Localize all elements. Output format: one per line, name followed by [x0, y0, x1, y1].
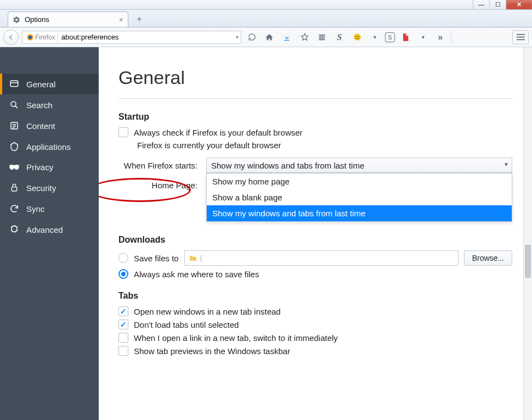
search-icon — [9, 100, 20, 110]
tabs-dont-load-checkbox[interactable] — [118, 320, 128, 329]
sidebar-item-sync[interactable]: Sync — [0, 198, 99, 219]
identity-badge[interactable]: Firefox — [25, 31, 58, 43]
save-files-to-radio[interactable] — [118, 253, 128, 263]
vertical-scrollbar[interactable] — [523, 47, 532, 420]
downloads-button[interactable] — [280, 30, 294, 44]
save-files-to-label: Save files to — [134, 254, 179, 263]
back-button[interactable] — [3, 30, 19, 45]
svg-point-5 — [354, 33, 361, 41]
content-icon — [9, 121, 20, 131]
browse-button[interactable]: Browse... — [464, 250, 512, 266]
sidebar-item-general[interactable]: General — [0, 74, 99, 94]
tabs-taskbar-row: Show tab previews in the Windows taskbar — [118, 346, 512, 356]
privacy-icon — [9, 164, 20, 171]
svg-rect-4 — [323, 35, 324, 40]
general-icon — [9, 79, 20, 89]
sidebar-item-security[interactable]: Security — [0, 177, 99, 198]
toolbar-overflow-button[interactable]: » — [433, 30, 448, 44]
tabs-dont-load-label: Don't load tabs until selected — [134, 320, 239, 329]
when-starts-option-blank[interactable]: Show a blank page — [207, 189, 512, 205]
tab-title: Options — [25, 15, 49, 24]
bookmarks-star-button[interactable] — [297, 30, 312, 44]
when-firefox-starts-label: When Firefox starts: — [118, 161, 201, 170]
window-close-button[interactable]: ✕ — [506, 0, 532, 9]
tab-close-icon[interactable]: × — [119, 15, 123, 24]
preferences-main-pane: General Startup Always check if Firefox … — [99, 47, 532, 420]
reload-button[interactable] — [245, 30, 259, 44]
url-text: about:preferences — [61, 33, 119, 41]
tabs-open-new-checkbox[interactable] — [118, 306, 128, 316]
sidebar-item-label: Applications — [26, 142, 71, 152]
gear-icon — [13, 16, 20, 24]
identity-label: Firefox — [35, 33, 55, 41]
folder-icon — [189, 255, 197, 261]
url-bar[interactable]: Firefox about:preferences ▾ — [22, 31, 241, 44]
tabs-open-new-row: Open new windows in a new tab instead — [118, 306, 512, 316]
section-startup-heading: Startup — [118, 112, 512, 122]
sidebar-item-label: General — [26, 80, 55, 89]
always-ask-radio[interactable] — [118, 269, 128, 279]
home-page-label: Home Page: — [118, 181, 201, 190]
svg-point-12 — [11, 102, 16, 107]
default-browser-status: Firefox is currently your default browse… — [137, 141, 281, 150]
sidebar-item-label: Search — [26, 100, 53, 110]
toolbar-dropdown-arrow-1[interactable]: ▾ — [367, 30, 382, 44]
window-minimize-button[interactable]: — — [473, 0, 489, 9]
save-files-to-row: Save files to ( Browse... — [118, 250, 512, 266]
tabs-switch-checkbox[interactable] — [118, 333, 128, 343]
sidebar-item-applications[interactable]: Applications — [0, 136, 99, 157]
sidebar-item-advanced[interactable]: Advanced — [0, 219, 99, 240]
tab-options[interactable]: Options × — [8, 12, 128, 27]
window-maximize-button[interactable]: ☐ — [489, 0, 506, 9]
sync-icon — [9, 204, 20, 214]
tabs-taskbar-checkbox[interactable] — [118, 346, 128, 356]
new-tab-button[interactable]: + — [132, 13, 147, 25]
tabs-open-new-label: Open new windows in a new tab instead — [134, 307, 281, 316]
toolbar-pdf-button[interactable] — [398, 30, 412, 44]
nav-toolbar: Firefox about:preferences ▾ S ▾ S ▾ » — [0, 27, 532, 47]
window-titlebar: — ☐ ✕ — [0, 0, 532, 10]
when-starts-dropdown[interactable]: Show my windows and tabs from last time … — [206, 158, 512, 173]
sidebar-item-label: Security — [26, 183, 56, 193]
default-browser-checkbox[interactable] — [118, 127, 128, 137]
svg-rect-10 — [517, 39, 525, 40]
toolbar-box-s-button[interactable]: S — [385, 32, 395, 42]
svg-rect-14 — [12, 187, 16, 191]
toolbar-separator — [451, 32, 451, 43]
tabs-switch-label: When I open a link in a new tab, switch … — [134, 333, 338, 343]
sidebar-item-privacy[interactable]: Privacy — [0, 157, 99, 177]
content-area: General Search Content Applications Priv… — [0, 47, 532, 420]
scrollbar-thumb[interactable] — [525, 245, 531, 278]
sidebar-item-label: Privacy — [26, 163, 53, 172]
tabs-taskbar-label: Show tab previews in the Windows taskbar — [134, 346, 290, 356]
toolbar-dropdown-arrow-2[interactable]: ▾ — [416, 30, 430, 44]
when-starts-option-restore[interactable]: Show my windows and tabs from last time — [207, 205, 512, 221]
applications-icon — [9, 142, 20, 152]
advanced-icon — [9, 225, 20, 234]
tabs-dont-load-row: Don't load tabs until selected — [118, 320, 512, 329]
title-divider — [118, 98, 512, 99]
urlbar-dropdown-icon[interactable]: ▾ — [236, 34, 239, 40]
when-starts-dropdown-list: Show my home page Show a blank page Show… — [206, 173, 512, 222]
when-starts-option-home[interactable]: Show my home page — [207, 173, 512, 189]
svg-rect-2 — [319, 35, 320, 40]
download-path-field[interactable]: ( — [184, 250, 459, 266]
svg-rect-11 — [10, 81, 18, 87]
svg-rect-9 — [517, 37, 525, 38]
section-downloads-heading: Downloads — [118, 235, 512, 245]
tabs-switch-row: When I open a link in a new tab, switch … — [118, 333, 512, 343]
library-button[interactable] — [315, 30, 329, 44]
sidebar-item-search[interactable]: Search — [0, 94, 99, 115]
sidebar-item-label: Advanced — [26, 225, 63, 234]
svg-point-1 — [29, 36, 32, 39]
home-button[interactable] — [262, 30, 276, 44]
toolbar-s-button[interactable]: S — [332, 30, 347, 44]
sidebar-item-label: Sync — [26, 204, 44, 214]
app-menu-button[interactable] — [512, 30, 529, 44]
default-browser-check-label: Always check if Firefox is your default … — [134, 128, 303, 137]
when-starts-dropdown-field[interactable]: Show my windows and tabs from last time — [206, 158, 512, 173]
svg-rect-3 — [321, 35, 322, 40]
section-tabs-heading: Tabs — [118, 291, 512, 301]
sidebar-item-content[interactable]: Content — [0, 115, 99, 136]
toolbar-emoji-button[interactable] — [350, 30, 364, 44]
